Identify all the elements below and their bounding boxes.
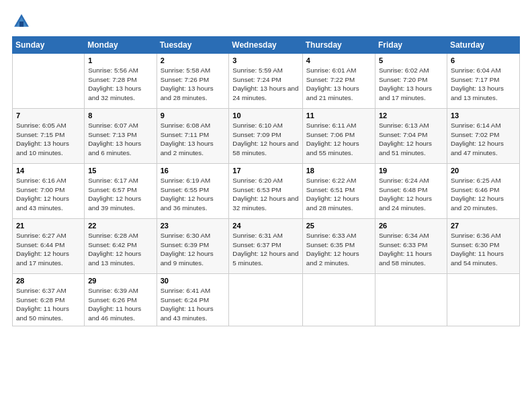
day-cell: 8 Sunrise: 6:07 AMSunset: 7:13 PMDayligh… [85,109,157,164]
day-detail: Sunrise: 6:31 AMSunset: 6:37 PMDaylight:… [232,231,298,268]
day-number: 12 [379,111,443,120]
day-cell: 9 Sunrise: 6:08 AMSunset: 7:11 PMDayligh… [157,109,229,164]
day-number: 2 [161,56,226,64]
header [12,12,520,31]
day-cell: 12 Sunrise: 6:13 AMSunset: 7:04 PMDaylig… [375,109,447,164]
day-cell: 21 Sunrise: 6:27 AMSunset: 6:44 PMDaylig… [13,219,85,274]
logo-icon [12,12,31,31]
day-detail: Sunrise: 5:59 AMSunset: 7:24 PMDaylight:… [232,66,298,103]
day-number: 14 [16,167,81,175]
day-detail: Sunrise: 6:05 AMSunset: 7:15 PMDaylight:… [16,121,81,158]
day-cell: 15 Sunrise: 6:17 AMSunset: 6:57 PMDaylig… [85,164,157,219]
day-number: 3 [232,56,298,64]
weekday-header-monday: Monday [85,37,157,54]
day-number: 30 [161,277,226,285]
day-detail: Sunrise: 6:13 AMSunset: 7:04 PMDaylight:… [379,121,443,158]
day-number: 25 [306,222,371,230]
day-detail: Sunrise: 6:20 AMSunset: 6:53 PMDaylight:… [232,176,298,213]
day-number: 17 [232,167,298,175]
day-detail: Sunrise: 6:34 AMSunset: 6:33 PMDaylight:… [379,231,443,268]
day-number: 26 [379,222,443,230]
day-number: 5 [379,56,443,64]
day-number: 21 [16,222,81,230]
day-number: 27 [451,222,516,230]
day-detail: Sunrise: 6:41 AMSunset: 6:24 PMDaylight:… [161,286,226,323]
day-cell: 29 Sunrise: 6:39 AMSunset: 6:26 PMDaylig… [85,274,157,326]
day-detail: Sunrise: 6:39 AMSunset: 6:26 PMDaylight:… [88,286,152,323]
day-detail: Sunrise: 6:19 AMSunset: 6:55 PMDaylight:… [161,176,226,213]
day-cell [375,274,447,326]
day-detail: Sunrise: 6:02 AMSunset: 7:20 PMDaylight:… [379,66,443,103]
day-cell: 2 Sunrise: 5:58 AMSunset: 7:26 PMDayligh… [157,54,229,109]
week-row-5: 28 Sunrise: 6:37 AMSunset: 6:28 PMDaylig… [13,274,520,326]
svg-rect-2 [19,21,24,27]
day-detail: Sunrise: 6:33 AMSunset: 6:35 PMDaylight:… [306,231,371,268]
day-cell [13,54,85,109]
day-number: 19 [379,167,443,175]
week-row-2: 7 Sunrise: 6:05 AMSunset: 7:15 PMDayligh… [13,109,520,164]
day-detail: Sunrise: 6:36 AMSunset: 6:30 PMDaylight:… [451,231,516,268]
day-cell [302,274,375,326]
day-number: 9 [161,111,226,120]
day-number: 23 [161,222,226,230]
day-cell: 11 Sunrise: 6:11 AMSunset: 7:06 PMDaylig… [302,109,375,164]
day-detail: Sunrise: 6:27 AMSunset: 6:44 PMDaylight:… [16,231,81,268]
calendar: SundayMondayTuesdayWednesdayThursdayFrid… [12,36,520,326]
page: SundayMondayTuesdayWednesdayThursdayFrid… [0,0,532,411]
day-cell: 28 Sunrise: 6:37 AMSunset: 6:28 PMDaylig… [13,274,85,326]
day-detail: Sunrise: 6:17 AMSunset: 6:57 PMDaylight:… [88,176,152,213]
day-cell: 27 Sunrise: 6:36 AMSunset: 6:30 PMDaylig… [447,219,519,274]
day-detail: Sunrise: 6:37 AMSunset: 6:28 PMDaylight:… [16,286,81,323]
day-number: 24 [232,222,298,230]
day-number: 8 [88,111,152,120]
day-cell: 3 Sunrise: 5:59 AMSunset: 7:24 PMDayligh… [229,54,302,109]
day-detail: Sunrise: 5:56 AMSunset: 7:28 PMDaylight:… [88,66,152,103]
day-cell: 22 Sunrise: 6:28 AMSunset: 6:42 PMDaylig… [85,219,157,274]
day-detail: Sunrise: 6:08 AMSunset: 7:11 PMDaylight:… [161,121,226,158]
day-cell: 10 Sunrise: 6:10 AMSunset: 7:09 PMDaylig… [229,109,302,164]
day-cell: 18 Sunrise: 6:22 AMSunset: 6:51 PMDaylig… [302,164,375,219]
day-detail: Sunrise: 6:30 AMSunset: 6:39 PMDaylight:… [161,231,226,268]
weekday-header-row: SundayMondayTuesdayWednesdayThursdayFrid… [13,37,520,54]
day-detail: Sunrise: 6:25 AMSunset: 6:46 PMDaylight:… [451,176,516,213]
day-number: 28 [16,277,81,285]
day-number: 18 [306,167,371,175]
day-number: 6 [451,56,516,64]
week-row-4: 21 Sunrise: 6:27 AMSunset: 6:44 PMDaylig… [13,219,520,274]
day-number: 29 [88,277,152,285]
week-row-3: 14 Sunrise: 6:16 AMSunset: 7:00 PMDaylig… [13,164,520,219]
day-detail: Sunrise: 6:28 AMSunset: 6:42 PMDaylight:… [88,231,152,268]
day-cell: 30 Sunrise: 6:41 AMSunset: 6:24 PMDaylig… [157,274,229,326]
day-detail: Sunrise: 6:24 AMSunset: 6:48 PMDaylight:… [379,176,443,213]
day-detail: Sunrise: 5:58 AMSunset: 7:26 PMDaylight:… [161,66,226,103]
weekday-header-thursday: Thursday [302,37,375,54]
day-number: 16 [161,167,226,175]
day-cell: 24 Sunrise: 6:31 AMSunset: 6:37 PMDaylig… [229,219,302,274]
day-cell: 20 Sunrise: 6:25 AMSunset: 6:46 PMDaylig… [447,164,519,219]
day-cell: 5 Sunrise: 6:02 AMSunset: 7:20 PMDayligh… [375,54,447,109]
day-cell: 4 Sunrise: 6:01 AMSunset: 7:22 PMDayligh… [302,54,375,109]
day-cell [229,274,302,326]
day-number: 10 [232,111,298,120]
day-detail: Sunrise: 6:07 AMSunset: 7:13 PMDaylight:… [88,121,152,158]
weekday-header-sunday: Sunday [13,37,85,54]
day-number: 7 [16,111,81,120]
weekday-header-friday: Friday [375,37,447,54]
day-cell [447,274,519,326]
day-cell: 26 Sunrise: 6:34 AMSunset: 6:33 PMDaylig… [375,219,447,274]
day-number: 1 [88,56,152,64]
day-number: 4 [306,56,371,64]
logo [12,12,32,31]
day-detail: Sunrise: 6:22 AMSunset: 6:51 PMDaylight:… [306,176,371,213]
day-number: 13 [451,111,516,120]
day-number: 11 [306,111,371,120]
weekday-header-wednesday: Wednesday [229,37,302,54]
day-cell: 6 Sunrise: 6:04 AMSunset: 7:17 PMDayligh… [447,54,519,109]
day-cell: 1 Sunrise: 5:56 AMSunset: 7:28 PMDayligh… [85,54,157,109]
week-row-1: 1 Sunrise: 5:56 AMSunset: 7:28 PMDayligh… [13,54,520,109]
day-detail: Sunrise: 6:14 AMSunset: 7:02 PMDaylight:… [451,121,516,158]
day-cell: 14 Sunrise: 6:16 AMSunset: 7:00 PMDaylig… [13,164,85,219]
day-detail: Sunrise: 6:11 AMSunset: 7:06 PMDaylight:… [306,121,371,158]
day-cell: 17 Sunrise: 6:20 AMSunset: 6:53 PMDaylig… [229,164,302,219]
day-cell: 19 Sunrise: 6:24 AMSunset: 6:48 PMDaylig… [375,164,447,219]
